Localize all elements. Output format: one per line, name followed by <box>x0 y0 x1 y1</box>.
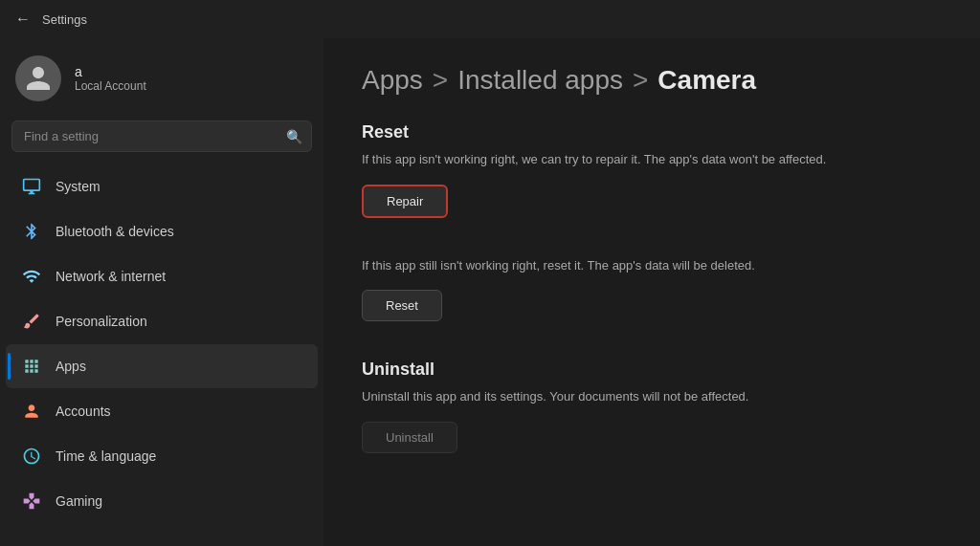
avatar <box>15 55 61 101</box>
gaming-icon <box>21 491 42 512</box>
sidebar-item-gaming[interactable]: Gaming <box>6 479 318 523</box>
reset-sub-description: If this app still isn't working right, r… <box>362 256 942 275</box>
uninstall-description: Uninstall this app and its settings. You… <box>362 387 942 406</box>
search-input[interactable] <box>11 120 312 152</box>
sidebar-nav: System Bluetooth & devices Network & int… <box>0 164 323 524</box>
user-section[interactable]: a Local Account <box>0 38 323 117</box>
search-icon: 🔍 <box>286 129 302 144</box>
reset-button[interactable]: Reset <box>362 290 442 321</box>
uninstall-section: Uninstall Uninstall this app and its set… <box>362 340 942 453</box>
user-account-type: Local Account <box>75 79 146 93</box>
reset-title: Reset <box>362 122 942 142</box>
sidebar: a Local Account 🔍 System Bluetooth & dev… <box>0 38 323 546</box>
bluetooth-icon <box>21 221 42 242</box>
system-icon <box>21 176 42 197</box>
sidebar-label-gaming: Gaming <box>56 493 102 509</box>
apps-icon <box>21 356 42 377</box>
sidebar-item-bluetooth[interactable]: Bluetooth & devices <box>6 209 318 253</box>
network-icon <box>21 266 42 287</box>
repair-button[interactable]: Repair <box>362 185 448 218</box>
sidebar-label-apps: Apps <box>56 359 86 374</box>
uninstall-title: Uninstall <box>362 360 942 380</box>
breadcrumb-apps[interactable]: Apps <box>362 65 423 96</box>
reset-description: If this app isn't working right, we can … <box>362 150 942 169</box>
time-icon <box>21 446 42 467</box>
uninstall-button[interactable]: Uninstall <box>362 422 457 453</box>
sidebar-item-network[interactable]: Network & internet <box>6 254 318 298</box>
user-info: a Local Account <box>75 64 146 93</box>
breadcrumb-sep1: > <box>433 65 448 96</box>
sidebar-item-accounts[interactable]: Accounts <box>6 389 318 433</box>
sidebar-label-personalization: Personalization <box>56 314 147 329</box>
sidebar-label-network: Network & internet <box>56 269 166 284</box>
breadcrumb-sep2: > <box>633 65 648 96</box>
sidebar-item-personalization[interactable]: Personalization <box>6 299 318 343</box>
personalization-icon <box>21 311 42 332</box>
sidebar-item-apps[interactable]: Apps <box>6 344 318 388</box>
sidebar-label-system: System <box>56 179 100 194</box>
sidebar-label-accounts: Accounts <box>56 404 111 419</box>
breadcrumb-camera: Camera <box>657 65 756 96</box>
user-icon <box>24 64 53 93</box>
breadcrumb: Apps > Installed apps > Camera <box>362 65 942 96</box>
back-button[interactable]: ← <box>15 11 31 28</box>
sidebar-item-time[interactable]: Time & language <box>6 434 318 478</box>
breadcrumb-installed-apps[interactable]: Installed apps <box>457 65 623 96</box>
content-area: Apps > Installed apps > Camera Reset If … <box>323 38 980 546</box>
accounts-icon <box>21 401 42 422</box>
search-box: 🔍 <box>11 120 312 152</box>
sidebar-label-bluetooth: Bluetooth & devices <box>56 224 174 239</box>
reset-section: Reset If this app isn't working right, w… <box>362 122 942 218</box>
main-layout: a Local Account 🔍 System Bluetooth & dev… <box>0 38 980 546</box>
user-name: a <box>75 64 146 79</box>
titlebar: ← Settings <box>0 0 980 38</box>
sidebar-label-time: Time & language <box>56 448 156 464</box>
sidebar-item-system[interactable]: System <box>6 164 318 208</box>
reset-sub-section: If this app still isn't working right, r… <box>362 237 942 322</box>
titlebar-title: Settings <box>42 12 87 27</box>
